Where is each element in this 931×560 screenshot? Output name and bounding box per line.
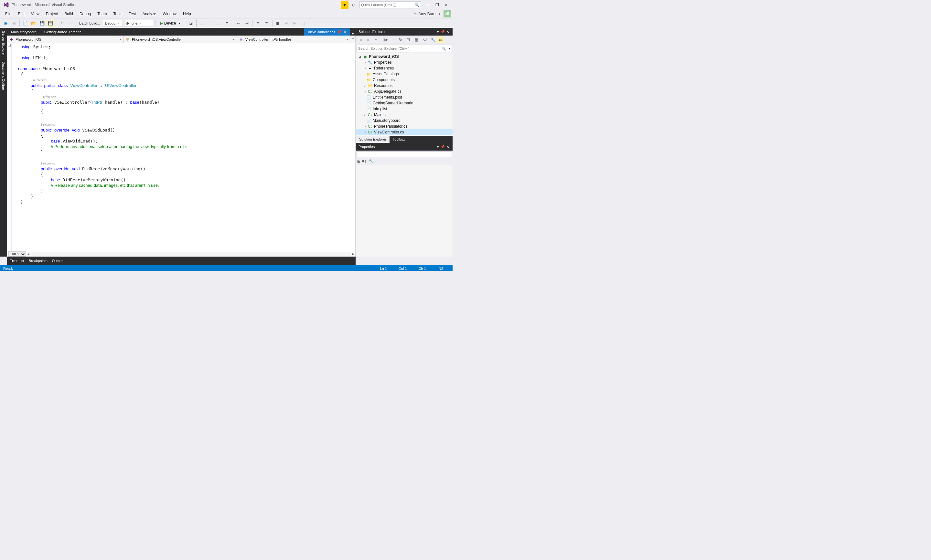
menu-project[interactable]: Project (43, 11, 61, 17)
redo-button[interactable]: ↷ (66, 20, 74, 27)
save-all-button[interactable]: 💾 (47, 20, 54, 27)
menu-tools[interactable]: Tools (110, 11, 126, 17)
se-forward-button[interactable]: ▶ (365, 37, 371, 43)
open-file-button[interactable]: 📂 (30, 20, 37, 27)
toolbar-btn-4[interactable]: ⬚ (215, 20, 222, 27)
save-button[interactable]: 💾 (38, 20, 46, 27)
fold-toggle[interactable]: - (8, 44, 11, 47)
solution-search-input[interactable] (357, 46, 440, 51)
toolbar-btn-2[interactable]: ⬚ (199, 20, 206, 27)
menu-edit[interactable]: Edit (15, 11, 28, 17)
bookmark-prev[interactable]: ◄ (283, 20, 290, 27)
se-refresh-button[interactable]: ↻ (397, 37, 404, 43)
user-account[interactable]: ⚠ Amy Burns ▾ (411, 12, 442, 16)
se-properties-button[interactable]: 🔧 (429, 37, 436, 43)
tree-node-viewcontroller[interactable]: ▷C#ViewController.cs (356, 129, 452, 135)
zoom-dropdown[interactable]: 100 % (8, 251, 26, 257)
undo-button[interactable]: ↶ (58, 20, 65, 27)
close-tab-icon[interactable]: ✕ (344, 30, 346, 34)
indent-btn-1[interactable]: ⇤ (235, 20, 242, 27)
tree-node-gettingstarted[interactable]: 📄GettingStarted.Xamarin (356, 100, 452, 106)
panel-pin-icon[interactable]: 📌 (440, 145, 445, 149)
quick-launch-input[interactable] (361, 3, 414, 7)
indent-btn-2[interactable]: ⇥ (243, 20, 251, 27)
maximize-button[interactable]: ❐ (432, 1, 442, 8)
menu-build[interactable]: Build (61, 11, 76, 17)
menu-debug[interactable]: Debug (76, 11, 94, 17)
se-scope-button[interactable]: ◎▾ (382, 37, 388, 43)
tab-output[interactable]: Output (52, 259, 63, 263)
tree-node-mainstoryboard[interactable]: 📄Main.storyboard (356, 118, 452, 123)
document-outline-tab[interactable]: Document Outline (1, 60, 6, 92)
panel-menu-icon[interactable]: ▾ (436, 145, 440, 149)
menu-team[interactable]: Team (94, 11, 110, 17)
pin-icon[interactable]: 📌 (337, 30, 342, 34)
toolbar-btn-5[interactable]: ≡ (224, 20, 231, 27)
menu-analyze[interactable]: Analyze (139, 11, 160, 17)
menu-test[interactable]: Test (126, 11, 139, 17)
start-debug-button[interactable]: ▶ Device ▾ (157, 20, 183, 27)
bookmark-next[interactable]: ► (291, 20, 299, 27)
se-showall-button[interactable]: ▦ (413, 37, 419, 43)
menu-file[interactable]: File (2, 11, 15, 17)
menu-window[interactable]: Window (159, 11, 180, 17)
batch-build-label[interactable]: Batch Build... (78, 22, 102, 25)
notification-icon[interactable]: ▼ (341, 1, 348, 9)
comment-btn[interactable]: ≡ (255, 20, 262, 27)
se-back-button[interactable]: ◀ (357, 37, 364, 43)
feedback-smile-icon[interactable]: ☺ (350, 1, 357, 9)
nav-project-dropdown[interactable]: ◆ Phoneword_iOS (7, 35, 123, 43)
panel-menu-icon[interactable]: ▾ (436, 30, 440, 34)
split-editor-button[interactable]: ✚ (351, 35, 355, 41)
quick-launch-box[interactable]: 🔍 (360, 1, 421, 8)
tree-node-entitlements[interactable]: 📄Entitlements.plist (356, 94, 452, 100)
panel-close-icon[interactable]: ✕ (445, 145, 450, 149)
properties-object-dropdown[interactable] (357, 151, 452, 157)
toolbar-btn-1[interactable]: ◪ (187, 20, 194, 27)
tab-error-list[interactable]: Error List (10, 259, 24, 263)
properties-grid[interactable] (356, 165, 452, 257)
panel-tab-toolbox[interactable]: Toolbox (389, 136, 408, 143)
solution-search-box[interactable]: 🔍 ▾ (357, 45, 452, 52)
nav-back-button[interactable]: ◉ (2, 20, 9, 27)
se-collapse-button[interactable]: ⊟ (405, 37, 411, 43)
se-sync-button[interactable]: ↔ (389, 37, 396, 43)
se-home-button[interactable]: ⌂ (373, 37, 379, 43)
tab-overflow-button[interactable]: ▾ (350, 32, 355, 35)
nav-class-dropdown[interactable]: ⬢ Phoneword_iOS.ViewController (123, 35, 237, 43)
se-preview-button[interactable]: ▭ (437, 37, 444, 43)
nav-member-dropdown[interactable]: ◉ ViewController(IntPtr handle) (237, 35, 351, 43)
nav-forward-button[interactable]: ◉ (10, 20, 17, 27)
menu-help[interactable]: Help (180, 11, 194, 17)
uncomment-btn[interactable]: ≡ (263, 20, 270, 27)
server-explorer-tab[interactable]: Server Explorer (1, 29, 6, 57)
horizontal-scrollbar[interactable] (31, 252, 351, 256)
tab-viewcontroller-active[interactable]: ViewController.cs 📌 ✕ (304, 28, 350, 35)
configuration-dropdown[interactable]: Debug (103, 20, 123, 27)
tree-node-phonetranslator[interactable]: ▷C#PhoneTranslator.cs (356, 123, 452, 129)
tab-getting-started[interactable]: GettingStarted.Xamarin (40, 28, 85, 35)
se-viewcode-button[interactable]: <> (422, 37, 428, 43)
tree-node-appdelegate[interactable]: ▷C#AppDelegate.cs (356, 89, 452, 94)
bookmark-clear[interactable]: ◻ (300, 20, 307, 27)
bookmark-btn[interactable]: ◼ (274, 20, 282, 27)
close-button[interactable]: ✕ (442, 1, 451, 8)
props-wrench-button[interactable]: 🔧 (369, 159, 374, 163)
search-dropdown-icon[interactable]: ▾ (448, 47, 452, 50)
props-alpha-button[interactable]: A↓ (362, 159, 366, 163)
tree-node-references[interactable]: ▷▪▪References (356, 65, 452, 71)
panel-tab-solution-explorer[interactable]: Solution Explorer (356, 136, 389, 143)
tree-node-resources[interactable]: ▷📁Resources (356, 83, 452, 89)
tab-breakpoints[interactable]: Breakpoints (29, 259, 48, 263)
props-categorized-button[interactable]: ⊞ (357, 159, 360, 163)
platform-dropdown[interactable]: iPhone (124, 20, 153, 27)
new-project-button[interactable]: 📄 (22, 20, 29, 27)
panel-pin-icon[interactable]: 📌 (440, 30, 445, 34)
panel-close-icon[interactable]: ✕ (445, 30, 450, 34)
user-avatar[interactable]: AB (443, 10, 451, 17)
tree-node-maincs[interactable]: ▷C#Main.cs (356, 112, 452, 118)
tab-main-storyboard[interactable]: Main.storyboard (7, 28, 40, 35)
code-editor[interactable]: using System; using UIKit; namespace Pho… (12, 43, 355, 251)
toolbar-btn-3[interactable]: ⬚ (207, 20, 214, 27)
menu-view[interactable]: View (28, 11, 43, 17)
